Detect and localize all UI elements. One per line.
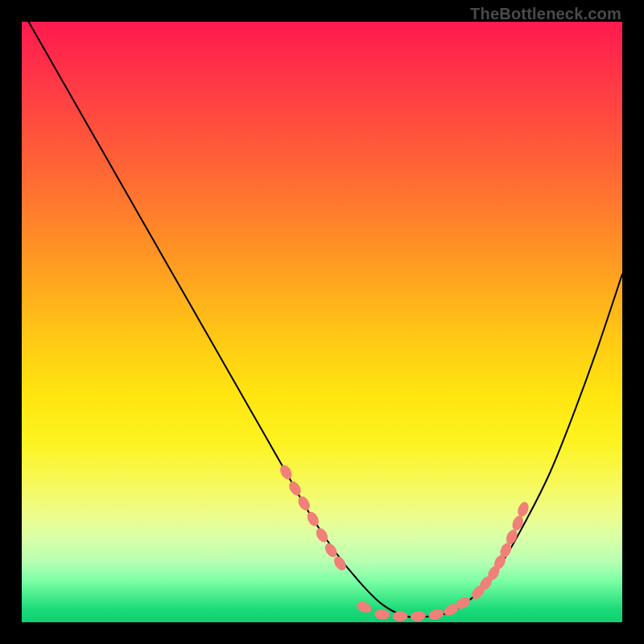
curve-marker [510,514,525,532]
chart-frame: TheBottleneck.com [0,0,644,644]
curve-marker [355,600,373,615]
curve-marker [287,479,303,497]
plot-area [22,22,622,622]
curve-path [22,22,622,617]
curve-marker [392,611,407,621]
curve-marker [427,608,445,622]
bottleneck-curve-line [22,22,622,617]
curve-markers [278,463,530,621]
curve-marker [374,609,390,620]
curve-marker [410,610,426,621]
curve-marker [278,463,294,481]
curve-marker [305,510,321,528]
curve-marker [296,494,312,513]
chart-svg [22,22,622,622]
attribution-label: TheBottleneck.com [470,5,621,23]
